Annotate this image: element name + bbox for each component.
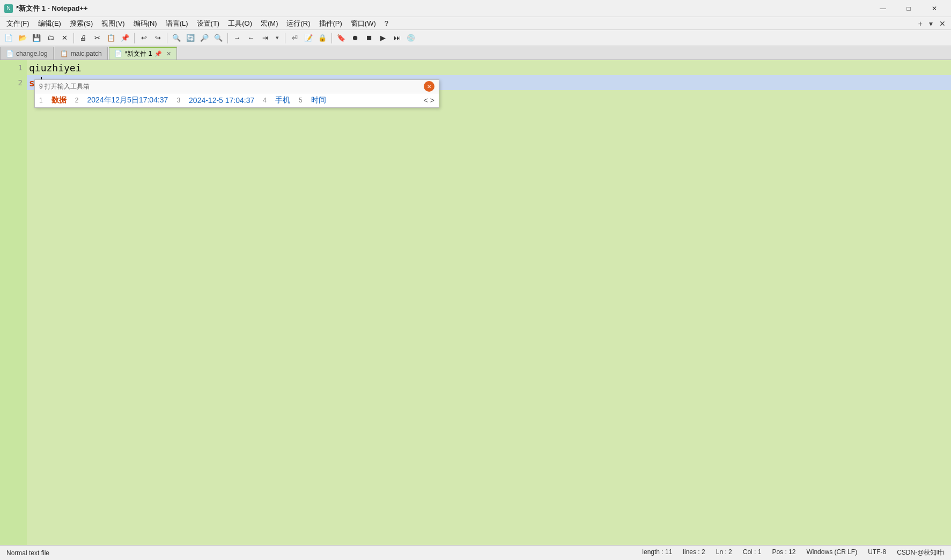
app-icon: N (4, 4, 13, 13)
status-pos: Pos : 12 (772, 548, 795, 557)
status-length: length : 11 (642, 548, 672, 557)
tab-new-file-1-icon: 📄 (115, 50, 122, 57)
autocomplete-items: 1 数据 2 2024年12月5日17:04:37 3 2024-12-5 17… (35, 93, 439, 107)
autocomplete-hint: 9 打开输入工具箱 (39, 82, 90, 91)
menu-drop-icon[interactable]: ▾ (926, 18, 936, 29)
menu-encode[interactable]: 编码(N) (129, 17, 161, 30)
toolbar-sep-4 (227, 33, 228, 43)
indent-button[interactable]: → (231, 32, 244, 45)
tab-change-log-icon: 📄 (6, 50, 13, 57)
cut-button[interactable]: ✂ (91, 32, 104, 45)
line-numbers: 1 2 (0, 60, 27, 545)
tab-new-file-1[interactable]: 📄 *新文件 1 📌 ✕ (109, 47, 178, 60)
save-button[interactable]: 💾 (30, 32, 43, 45)
macro-step-button[interactable]: ⏭ (390, 32, 403, 45)
macro-play-button[interactable]: ▶ (377, 32, 389, 45)
ac-num-4: 4 (263, 97, 267, 104)
macro-stop-button[interactable]: ⏹ (363, 32, 375, 45)
menu-plus-icon[interactable]: + (915, 18, 926, 29)
find-button[interactable]: 🔍 (170, 32, 183, 45)
tab-close-icon[interactable]: ✕ (166, 50, 171, 57)
ac-item-3[interactable]: 2024-12-5 17:04:37 (189, 96, 254, 105)
ac-num-5: 5 (299, 97, 303, 104)
tab-maic-patch-icon: 📋 (61, 50, 68, 57)
toolbar: 📄 📂 💾 🗂 ✕ 🖨 ✂ 📋 📌 ↩ ↪ 🔍 🔄 🔎 🔍 → ← ⇥ ▾ ⏎ … (0, 30, 951, 46)
menu-file[interactable]: 文件(F) (2, 17, 34, 30)
macro-rec-button[interactable]: ⏺ (349, 32, 362, 45)
menu-plugins[interactable]: 插件(P) (315, 17, 347, 30)
paste-button[interactable]: 📌 (119, 32, 131, 45)
tab-change-log[interactable]: 📄 change.log (0, 47, 54, 60)
ac-nav-prev[interactable]: < (424, 96, 428, 105)
autocomplete-header: 9 打开输入工具箱 ✕ (35, 80, 439, 93)
toolbar-sep-3 (167, 33, 167, 43)
open-file-button[interactable]: 📂 (16, 32, 29, 45)
save-all-button[interactable]: 🗂 (44, 32, 57, 45)
wrap-button[interactable]: ⏎ (288, 32, 301, 45)
status-bar: Normal text file length : 11 lines : 2 L… (0, 545, 951, 560)
readonly-button[interactable]: 🔒 (316, 32, 329, 45)
menu-help[interactable]: ? (380, 17, 393, 30)
tab-maic-patch-label: maic.patch (71, 50, 102, 57)
macro-save-button[interactable]: 💿 (404, 32, 417, 45)
replace-button[interactable]: 🔄 (184, 32, 197, 45)
title-bar: N *新文件 1 - Notepad++ — □ ✕ (0, 0, 951, 17)
ac-item-2[interactable]: 2024年12月5日17:04:37 (87, 95, 168, 105)
status-lines: lines : 2 (683, 548, 705, 557)
close-button-tb[interactable]: ✕ (58, 32, 71, 45)
autocomplete-popup: 9 打开输入工具箱 ✕ 1 数据 2 2024年12月5日17:04:37 3 … (34, 79, 439, 108)
new-file-button[interactable]: 📄 (2, 32, 15, 45)
zoom-in-button[interactable]: 🔎 (198, 32, 211, 45)
maximize-button[interactable]: □ (896, 0, 921, 17)
menu-window[interactable]: 窗口(W) (347, 17, 380, 30)
status-col: Col : 1 (743, 548, 762, 557)
lang-button[interactable]: 📝 (302, 32, 315, 45)
ac-num-2: 2 (75, 97, 79, 104)
window-controls: — □ ✕ (871, 0, 947, 17)
unindent-button[interactable]: ← (245, 32, 257, 45)
ac-item-5[interactable]: 时间 (311, 95, 326, 105)
menu-run[interactable]: 运行(R) (282, 17, 314, 30)
menu-close-icon[interactable]: ✕ (936, 18, 949, 29)
status-encoding: UTF-8 (868, 548, 886, 557)
copy-button[interactable]: 📋 (105, 32, 117, 45)
ac-item-1[interactable]: 数据 (51, 95, 67, 105)
tab-maic-patch[interactable]: 📋 maic.patch (55, 47, 108, 60)
ac-item-4[interactable]: 手机 (275, 95, 290, 105)
autocomplete-nav: < > (424, 96, 434, 105)
editor[interactable]: qiuzhiyei s' 9 打开输入工具箱 ✕ 1 数据 2 2024年12月… (27, 60, 951, 545)
indent2-button[interactable]: ⇥ (259, 32, 271, 45)
undo-button[interactable]: ↩ (137, 32, 150, 45)
status-line-ending: Windows (CR LF) (806, 548, 857, 557)
menu-search[interactable]: 搜索(S) (65, 17, 97, 30)
tab-new-file-1-label: *新文件 1 (125, 49, 152, 58)
bookmark-button[interactable]: 🔖 (335, 32, 348, 45)
menu-settings[interactable]: 设置(T) (193, 17, 224, 30)
status-watermark: CSDN-@秋知叶i (897, 548, 945, 557)
redo-button[interactable]: ↪ (151, 32, 164, 45)
autocomplete-close-button[interactable]: ✕ (424, 81, 434, 92)
menu-language[interactable]: 语言(L) (161, 17, 193, 30)
menu-end-controls: + ▾ ✕ (915, 18, 949, 29)
zoom-out-button[interactable]: 🔍 (212, 32, 225, 45)
status-right: length : 11 lines : 2 Ln : 2 Col : 1 Pos… (642, 548, 945, 557)
toolbar-sep-2 (134, 33, 135, 43)
menu-macro[interactable]: 宏(M) (256, 17, 283, 30)
status-ln: Ln : 2 (716, 548, 732, 557)
window-title: *新文件 1 - Notepad++ (16, 4, 871, 13)
toolbar-dropdown[interactable]: ▾ (272, 32, 282, 45)
line-1-content: qiuzhiyei (29, 62, 82, 73)
tab-change-log-label: change.log (16, 50, 48, 57)
ac-num-3: 3 (176, 97, 180, 104)
tab-bar: 📄 change.log 📋 maic.patch 📄 *新文件 1 📌 ✕ (0, 46, 951, 60)
ac-nav-next[interactable]: > (430, 96, 434, 105)
print-button[interactable]: 🖨 (77, 32, 90, 45)
menu-view[interactable]: 视图(V) (97, 17, 129, 30)
line-num-1: 1 (18, 60, 23, 75)
menu-edit[interactable]: 编辑(E) (34, 17, 65, 30)
menu-tools[interactable]: 工具(O) (224, 17, 256, 30)
close-button[interactable]: ✕ (922, 0, 947, 17)
tab-pin-icon: 📌 (154, 50, 162, 57)
minimize-button[interactable]: — (871, 0, 895, 17)
editor-container: 1 2 qiuzhiyei s' 9 打开输入工具箱 ✕ 1 数据 2 2024… (0, 60, 951, 545)
